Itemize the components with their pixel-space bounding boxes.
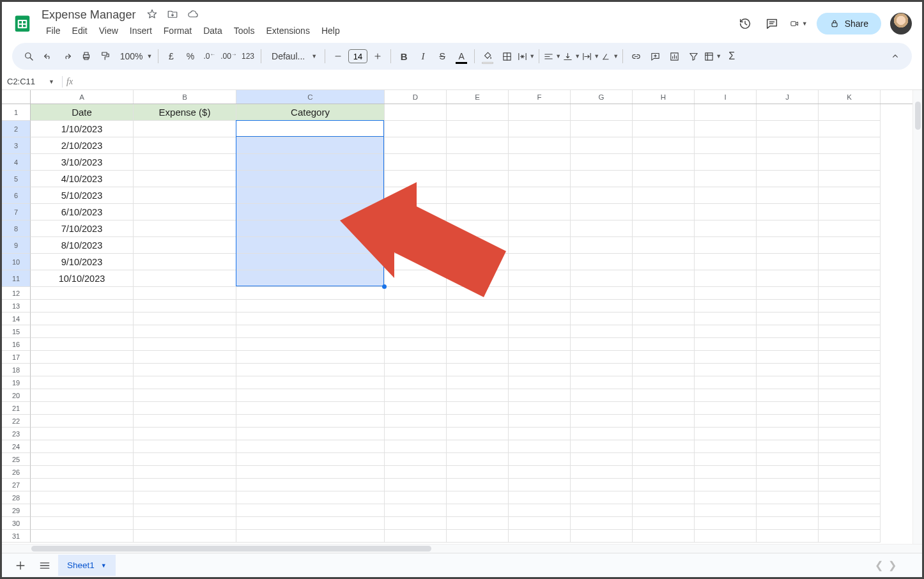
cell[interactable]	[385, 287, 447, 300]
cell[interactable]	[819, 453, 881, 466]
cell[interactable]	[31, 517, 134, 530]
cell[interactable]	[757, 171, 819, 187]
cell[interactable]	[633, 517, 695, 530]
cell[interactable]	[757, 517, 819, 530]
menu-help[interactable]: Help	[316, 23, 346, 38]
cell[interactable]	[385, 479, 447, 491]
cell[interactable]	[819, 171, 881, 187]
cell[interactable]	[633, 154, 695, 171]
cell[interactable]	[447, 428, 509, 440]
cell[interactable]	[385, 428, 447, 440]
cell[interactable]	[819, 137, 881, 154]
cell[interactable]	[236, 325, 385, 338]
cell[interactable]	[757, 237, 819, 254]
percent-icon[interactable]: %	[181, 47, 199, 65]
row-header[interactable]: 23	[2, 428, 31, 440]
row-header[interactable]: 10	[2, 254, 31, 270]
row-header[interactable]: 15	[2, 325, 31, 338]
cell[interactable]: 10/10/2023	[31, 270, 134, 287]
cell[interactable]	[757, 504, 819, 517]
cell[interactable]	[633, 428, 695, 440]
cell[interactable]	[633, 325, 695, 338]
cell[interactable]	[633, 237, 695, 254]
cell[interactable]	[447, 104, 509, 121]
row-header[interactable]: 30	[2, 517, 31, 530]
cell[interactable]	[134, 389, 236, 402]
cell[interactable]	[134, 121, 236, 137]
cell[interactable]	[633, 453, 695, 466]
print-icon[interactable]	[77, 47, 95, 65]
row-header[interactable]: 9	[2, 237, 31, 254]
cell[interactable]	[385, 440, 447, 453]
cell[interactable]	[134, 364, 236, 376]
currency-icon[interactable]: £	[162, 47, 180, 65]
cell[interactable]	[236, 300, 385, 313]
menu-format[interactable]: Format	[158, 23, 197, 38]
col-header-K[interactable]: K	[819, 90, 881, 104]
cell[interactable]	[385, 121, 447, 137]
cell[interactable]	[447, 237, 509, 254]
cell[interactable]	[447, 415, 509, 428]
cell[interactable]	[447, 479, 509, 491]
cell[interactable]	[236, 440, 385, 453]
cell[interactable]	[509, 364, 571, 376]
cell[interactable]	[385, 171, 447, 187]
cell[interactable]	[447, 254, 509, 270]
cell[interactable]	[31, 300, 134, 313]
account-avatar[interactable]	[890, 13, 912, 35]
cell[interactable]	[757, 338, 819, 351]
menu-tools[interactable]: Tools	[228, 23, 261, 38]
cell[interactable]	[134, 171, 236, 187]
cell[interactable]	[509, 270, 571, 287]
cell[interactable]	[633, 270, 695, 287]
doc-title[interactable]: Expense Manager	[38, 7, 139, 22]
row-header[interactable]: 29	[2, 504, 31, 517]
cell[interactable]	[134, 504, 236, 517]
cell[interactable]	[819, 121, 881, 137]
row-header[interactable]: 16	[2, 338, 31, 351]
cell[interactable]	[385, 389, 447, 402]
cell[interactable]	[819, 504, 881, 517]
cell[interactable]	[509, 504, 571, 517]
cell[interactable]	[633, 313, 695, 325]
cell[interactable]	[134, 270, 236, 287]
cell[interactable]	[757, 104, 819, 121]
cell[interactable]	[571, 270, 633, 287]
cell[interactable]	[571, 364, 633, 376]
cell[interactable]	[571, 121, 633, 137]
cell[interactable]	[509, 517, 571, 530]
cell[interactable]	[819, 351, 881, 364]
cell[interactable]	[819, 220, 881, 237]
cell[interactable]	[236, 270, 385, 287]
cell[interactable]	[31, 415, 134, 428]
filter-views-icon[interactable]: ▼	[704, 47, 721, 65]
col-header-H[interactable]: H	[633, 90, 695, 104]
cell[interactable]	[385, 517, 447, 530]
cell[interactable]: 8/10/2023	[31, 237, 134, 254]
cell[interactable]	[819, 104, 881, 121]
row-header[interactable]: 3	[2, 137, 31, 154]
row-header[interactable]: 28	[2, 491, 31, 504]
cell[interactable]	[571, 440, 633, 453]
cell[interactable]	[819, 402, 881, 415]
formula-input[interactable]	[73, 73, 922, 89]
cell[interactable]	[509, 530, 571, 543]
paint-format-icon[interactable]	[96, 47, 114, 65]
cell[interactable]	[236, 364, 385, 376]
cell[interactable]	[385, 313, 447, 325]
cell[interactable]	[31, 325, 134, 338]
cell[interactable]	[236, 376, 385, 389]
cell[interactable]	[31, 364, 134, 376]
cell[interactable]	[236, 517, 385, 530]
cell[interactable]	[31, 530, 134, 543]
link-icon[interactable]	[627, 47, 645, 65]
cell[interactable]	[571, 376, 633, 389]
cell[interactable]	[509, 338, 571, 351]
valign-icon[interactable]: ▼	[562, 47, 580, 65]
cell[interactable]	[695, 376, 757, 389]
cell[interactable]	[819, 325, 881, 338]
cell[interactable]	[571, 313, 633, 325]
cell[interactable]: 2/10/2023	[31, 137, 134, 154]
cell[interactable]	[633, 491, 695, 504]
cell[interactable]	[236, 137, 385, 154]
